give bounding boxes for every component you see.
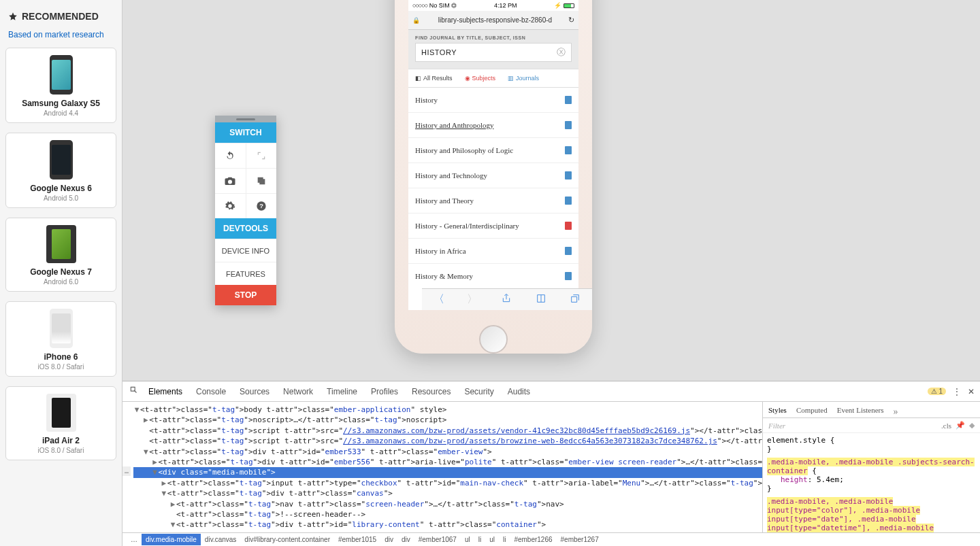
breadcrumb-item[interactable]: … [127, 534, 142, 545]
clear-icon[interactable]: ⓧ [557, 46, 566, 58]
result-row[interactable]: History in Africa [408, 239, 578, 264]
css-rules[interactable]: element.style { } .media-mobile, .media-… [763, 433, 980, 532]
device-name: iPhone 6 [10, 352, 112, 362]
more-icon[interactable]: » [893, 407, 898, 417]
dom-node[interactable]: ▼<t-attr">class="t-tag">body t-attr">cla… [133, 405, 762, 415]
reload-icon[interactable]: ↻ [568, 16, 574, 24]
device-info-button[interactable]: DEVICE INFO [215, 239, 276, 262]
stop-button[interactable]: STOP [215, 285, 276, 305]
result-row[interactable]: History and Anthropology [408, 113, 578, 138]
gutter-more-icon[interactable]: … [122, 466, 131, 476]
element-breadcrumb[interactable]: …div.media-mobilediv.canvasdiv#library-c… [122, 532, 980, 546]
dom-node[interactable]: <t-attr">class="t-tag">!--screen-header-… [133, 509, 762, 519]
dom-node[interactable]: ▼<t-attr">class="t-tag">div t-attr">id="… [133, 447, 762, 457]
dom-node[interactable]: ▶<t-attr">class="t-tag">nav t-attr">clas… [133, 499, 762, 509]
breadcrumb-item[interactable]: div [397, 534, 414, 545]
filter-subjects[interactable]: ◉ Subjects [465, 75, 496, 82]
console-warning-badge[interactable]: ⚠ 1 [928, 388, 946, 395]
device-card-iphone-6[interactable]: iPhone 6 iOS 8.0 / Safari [5, 301, 116, 377]
features-button[interactable]: FEATURES [215, 262, 276, 285]
dom-node[interactable]: ▶<t-attr">class="t-tag">noscript>…</t-at… [133, 415, 762, 425]
expand-icon[interactable] [246, 143, 277, 168]
styles-tab-computed[interactable]: Computed [796, 406, 828, 417]
search-input[interactable]: HISTORY ⓧ [415, 43, 572, 62]
breadcrumb-item[interactable]: li [499, 534, 510, 545]
cls-toggle[interactable]: .cls [941, 422, 951, 430]
breadcrumb-item[interactable]: ul [485, 534, 499, 545]
kebab-icon[interactable]: ⋮ [953, 387, 961, 396]
breadcrumb-item[interactable]: div [380, 534, 397, 545]
drag-handle[interactable] [215, 116, 276, 122]
tabs-icon[interactable] [570, 293, 581, 307]
breadcrumb-item[interactable]: #ember1267 [557, 534, 603, 545]
inspect-icon[interactable] [129, 386, 139, 397]
tab-sources[interactable]: Sources [240, 387, 270, 396]
dom-node[interactable]: ▼<div class="media-mobile"> [133, 467, 762, 477]
filter-all[interactable]: ◧ All Results [415, 75, 453, 82]
breadcrumb-item[interactable]: ul [461, 534, 474, 545]
reload-icon[interactable] [215, 143, 246, 168]
result-row[interactable]: History - General/Interdisciplinary [408, 214, 578, 239]
share-icon[interactable] [501, 293, 512, 307]
safari-url-bar[interactable]: 🔒 library-subjects-responsive-bz-2860-d … [408, 11, 578, 30]
result-row[interactable]: History and Theory [408, 188, 578, 214]
tab-audits[interactable]: Audits [508, 387, 530, 396]
result-row[interactable]: History and Technology [408, 163, 578, 188]
gear-icon[interactable] [215, 194, 246, 218]
breadcrumb-item[interactable]: li [474, 534, 485, 545]
tab-elements[interactable]: Elements [148, 387, 182, 396]
dom-node[interactable]: ▼<t-attr">class="t-tag">div t-attr">id="… [133, 530, 762, 532]
camera-icon[interactable] [215, 169, 246, 193]
hover-icon[interactable]: ◆ [969, 421, 975, 430]
styles-tabs: Styles Computed Event Listeners » [763, 402, 980, 418]
result-row[interactable]: History & Memory [408, 264, 578, 288]
home-button[interactable] [479, 325, 508, 354]
result-badge-icon [565, 197, 572, 205]
device-card-nexus-6[interactable]: Google Nexus 6 Android 5.0 [5, 133, 116, 208]
back-icon[interactable]: 〈 [434, 292, 444, 307]
tab-resources[interactable]: Resources [412, 387, 451, 396]
dom-node[interactable]: ▼<t-attr">class="t-tag">div t-attr">id="… [133, 519, 762, 530]
phone-webview[interactable]: FIND JOURNAL BY TITLE, SUBJECT, ISSN HIS… [408, 30, 578, 288]
switch-button[interactable]: SWITCH [215, 122, 276, 143]
result-row[interactable]: History and Philosophy of Logic [408, 138, 578, 163]
devtools-panel: Elements Console Sources Network Timelin… [122, 381, 980, 546]
session-control-panel[interactable]: SWITCH ? DEVTOOLS DEVICE INFO FEATURES S… [215, 116, 276, 305]
result-row[interactable]: History [408, 88, 578, 113]
breadcrumb-item[interactable]: #ember1266 [510, 534, 556, 545]
pin-icon[interactable]: 📌 [956, 421, 965, 430]
stack-icon[interactable] [246, 169, 277, 193]
breadcrumb-item[interactable]: div.canvas [201, 534, 241, 545]
status-time: 4:12 PM [494, 2, 517, 9]
styles-tab-listeners[interactable]: Event Listeners [837, 406, 884, 417]
result-badge-icon [565, 272, 572, 280]
tab-security[interactable]: Security [464, 387, 493, 396]
dom-node[interactable]: <t-attr">class="t-tag">script t-attr">sr… [133, 426, 762, 436]
tab-timeline[interactable]: Timeline [327, 387, 357, 396]
breadcrumb-item[interactable]: #ember1067 [414, 534, 461, 545]
breadcrumb-item[interactable]: #ember1015 [334, 534, 380, 545]
sidebar-recommended-devices: RECOMMENDED Based on market research Sam… [0, 0, 122, 546]
styles-tab-styles[interactable]: Styles [768, 406, 787, 417]
device-card-nexus-7[interactable]: Google Nexus 7 Android 6.0 [5, 218, 116, 292]
phone-screen[interactable]: ○○○○○ No SIM ⏣ 4:12 PM ⚡ 🔒 library-subje… [408, 0, 578, 310]
breadcrumb-item[interactable]: div#library-content.container [240, 534, 334, 545]
devtools-button[interactable]: DEVTOOLS [215, 218, 276, 239]
device-card-galaxy-s5[interactable]: Samsung Galaxy S5 Android 4.4 [5, 48, 116, 123]
help-icon[interactable]: ? [246, 194, 277, 218]
device-card-ipad-air-2[interactable]: iPad Air 2 iOS 8.0 / Safari [5, 386, 116, 460]
dom-node[interactable]: ▶<t-attr">class="t-tag">input t-attr">ty… [133, 478, 762, 488]
styles-filter-input[interactable]: Filter [768, 422, 941, 430]
dom-node[interactable]: ▶<t-attr">class="t-tag">div t-attr">id="… [133, 457, 762, 467]
tab-profiles[interactable]: Profiles [371, 387, 398, 396]
tab-network[interactable]: Network [283, 387, 313, 396]
tab-console[interactable]: Console [196, 387, 226, 396]
sidebar-subtitle[interactable]: Based on market research [5, 27, 116, 48]
close-icon[interactable]: ✕ [968, 387, 975, 396]
dom-node[interactable]: ▼<t-attr">class="t-tag">div t-attr">clas… [133, 488, 762, 498]
elements-tree[interactable]: … ▼<t-attr">class="t-tag">body t-attr">c… [122, 402, 762, 532]
breadcrumb-item[interactable]: div.media-mobile [142, 534, 201, 545]
dom-node[interactable]: <t-attr">class="t-tag">script t-attr">sr… [133, 436, 762, 446]
bookmarks-icon[interactable] [535, 293, 547, 307]
filter-journals[interactable]: ▥ Journals [508, 75, 539, 82]
